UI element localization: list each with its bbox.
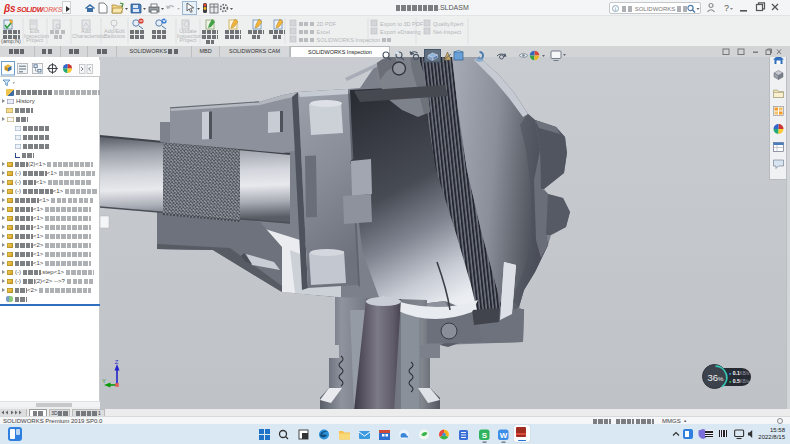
svg-text:Y: Y [102,378,106,384]
svg-text:W: W [500,431,508,440]
svg-text:Z: Z [115,359,119,365]
svg-text:S: S [482,431,488,440]
svg-text:?: ? [724,3,729,13]
